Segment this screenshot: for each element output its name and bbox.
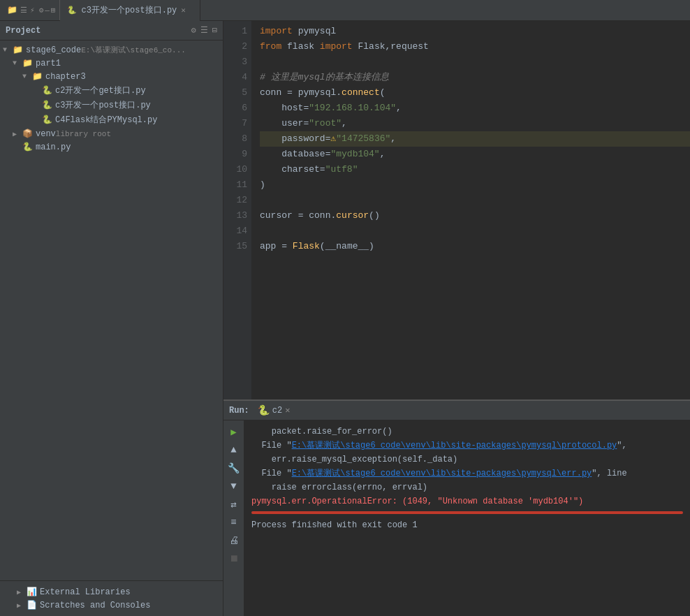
run-tab-label: c2 bbox=[272, 406, 282, 416]
bar-chart-icon: 📊 bbox=[27, 587, 37, 597]
run-tab[interactable]: 🐍 c2 ✕ bbox=[254, 404, 295, 416]
code-line-13: cursor = conn.cursor() bbox=[260, 208, 690, 223]
tab-tab2[interactable]: 🐍c3开发一个post接口.py✕ bbox=[60, 0, 200, 21]
line-number-9: 9 bbox=[228, 147, 247, 162]
run-output-line: Process finished with exit code 1 bbox=[251, 518, 683, 532]
file-link[interactable]: E:\慕课测试\stage6_code\venv\lib\site-packag… bbox=[292, 441, 617, 450]
run-output-line: err.raise_mysql_exception(self._data) bbox=[251, 453, 683, 467]
editor-inner: 123456789101112131415 import pymysqlfrom… bbox=[223, 21, 690, 399]
scratches-label: Scratches and Consoles bbox=[40, 601, 150, 610]
line-number-10: 10 bbox=[228, 162, 247, 177]
folder-icon: 📁 bbox=[7, 5, 17, 15]
line-number-13: 13 bbox=[228, 208, 247, 223]
editor[interactable]: 123456789101112131415 import pymysqlfrom… bbox=[223, 21, 690, 399]
code-line-5: conn = pymysql.connect( bbox=[260, 85, 690, 101]
run-list-button[interactable]: ≡ bbox=[226, 514, 242, 531]
sidebar-item-part1[interactable]: ▼📁part1 bbox=[0, 57, 223, 70]
scratch-icon: 📄 bbox=[27, 600, 37, 610]
run-redirect-button[interactable]: ⇄ bbox=[226, 496, 242, 513]
code-line-15: app = Flask(__name__) bbox=[260, 239, 690, 254]
py-icon: 🐍 bbox=[67, 6, 77, 15]
code-line-11: ) bbox=[260, 177, 690, 193]
nav-icon2: ⚡ bbox=[30, 6, 35, 15]
tree-item-label: main.py bbox=[36, 142, 71, 152]
sidebar: Project ⚙ ☰ ⊟ ▼📁stage6_code E:\慕课测试\stag… bbox=[0, 21, 223, 616]
split-icon[interactable]: ⊞ bbox=[51, 6, 56, 15]
bars-icon[interactable]: ☰ bbox=[200, 25, 208, 36]
sidebar-item-chapter3[interactable]: ▼📁chapter3 bbox=[0, 70, 223, 83]
arrow-icon2: ▶ bbox=[17, 601, 25, 610]
py-file-icon: 🐍 bbox=[22, 142, 33, 152]
run-wrench-button[interactable]: 🔧 bbox=[226, 460, 242, 476]
line-number-8: 8 bbox=[228, 131, 247, 147]
tree-arrow: ▼ bbox=[13, 59, 21, 67]
folder-icon: 📁 bbox=[22, 58, 33, 68]
tree-item-label: c2开发一个get接口.py bbox=[55, 85, 146, 96]
tab-bar: 📁 ☰ ⚡ ⚙ — ⊞ 🐍c2开发一个get接口.py✕🐍c3开发一个post接… bbox=[0, 0, 690, 21]
tree-item-label: C4Flask结合PYMysql.py bbox=[55, 114, 157, 126]
equals-icon[interactable]: ⊟ bbox=[212, 25, 217, 36]
sidebar-item-external-libraries[interactable]: ▶ 📊 External Libraries bbox=[6, 585, 217, 599]
line-numbers: 123456789101112131415 bbox=[223, 21, 251, 399]
sidebar-item-c3file[interactable]: 🐍c3开发一个post接口.py bbox=[0, 98, 223, 112]
code-line-6: host="192.168.10.104", bbox=[260, 101, 690, 116]
line-number-6: 6 bbox=[228, 101, 247, 116]
py-file-icon: 🐍 bbox=[42, 85, 52, 96]
tab-label: c3开发一个post接口.py bbox=[81, 4, 177, 16]
error-bar bbox=[251, 511, 683, 514]
sidebar-item-c4file[interactable]: 🐍C4Flask结合PYMysql.py bbox=[0, 112, 223, 127]
code-line-3 bbox=[260, 54, 690, 70]
code-line-10: charset="utf8" bbox=[260, 162, 690, 177]
external-libraries-label: External Libraries bbox=[40, 587, 131, 597]
line-number-11: 11 bbox=[228, 177, 247, 193]
run-print-button[interactable]: 🖨 bbox=[226, 532, 242, 549]
run-stop-button[interactable]: ⏹ bbox=[226, 550, 242, 567]
folder-icon: 📁 bbox=[13, 45, 23, 55]
run-panel: Run: 🐍 c2 ✕ ▶ ▲ 🔧 ▼ ⇄ ≡ 🖨 bbox=[223, 399, 690, 616]
tab-close-icon[interactable]: ✕ bbox=[181, 6, 186, 15]
run-output-line: packet.raise_for_error() bbox=[251, 425, 683, 439]
file-link[interactable]: E:\慕课测试\stage6_code\venv\lib\site-packag… bbox=[292, 469, 592, 478]
tree-item-extra: E:\慕课测试\stage6_co... bbox=[81, 45, 186, 55]
code-line-2: from flask import Flask,request bbox=[260, 39, 690, 54]
code-line-1: import pymysql bbox=[260, 24, 690, 39]
run-toolbar: ▶ ▲ 🔧 ▼ ⇄ ≡ 🖨 ⏹ bbox=[223, 420, 244, 616]
run-panel-header: Run: 🐍 c2 ✕ bbox=[223, 401, 690, 420]
run-play-button[interactable]: ▶ bbox=[226, 423, 242, 440]
code-line-7: user="root", bbox=[260, 116, 690, 131]
gear-icon[interactable]: ⚙ bbox=[191, 25, 196, 36]
code-content[interactable]: import pymysqlfrom flask import Flask,re… bbox=[251, 21, 690, 399]
line-number-14: 14 bbox=[228, 223, 247, 239]
tree-item-extra: library root bbox=[56, 130, 111, 138]
settings-icon[interactable]: ⚙ bbox=[39, 6, 44, 15]
sidebar-item-mainpy[interactable]: 🐍main.py bbox=[0, 140, 223, 154]
code-line-8: password=⚠"14725836", bbox=[260, 131, 690, 147]
line-number-15: 15 bbox=[228, 239, 247, 254]
minus-icon[interactable]: — bbox=[45, 6, 50, 15]
line-number-3: 3 bbox=[228, 54, 247, 70]
code-line-9: database="mydb104", bbox=[260, 147, 690, 162]
tree-item-label: c3开发一个post接口.py bbox=[55, 99, 151, 111]
app-window: 📁 ☰ ⚡ ⚙ — ⊞ 🐍c2开发一个get接口.py✕🐍c3开发一个post接… bbox=[0, 0, 690, 616]
run-down-button[interactable]: ▼ bbox=[226, 478, 242, 494]
sidebar-title: Project bbox=[6, 26, 41, 36]
run-output-line: File "E:\慕课测试\stage6_code\venv\lib\site-… bbox=[251, 467, 683, 481]
run-output-line: pymysql.err.OperationalError: (1049, "Un… bbox=[251, 494, 683, 508]
sidebar-header-icons: ⚙ ☰ ⊟ bbox=[191, 25, 217, 36]
sidebar-item-scratches[interactable]: ▶ 📄 Scratches and Consoles bbox=[6, 599, 217, 612]
sidebar-item-stage6_code[interactable]: ▼📁stage6_code E:\慕课测试\stage6_co... bbox=[0, 43, 223, 57]
nav-icon1: ☰ bbox=[19, 6, 29, 15]
py-file-icon: 🐍 bbox=[42, 115, 52, 125]
arrow-icon: ▶ bbox=[17, 588, 25, 596]
run-tab-close[interactable]: ✕ bbox=[285, 405, 290, 416]
sidebar-item-c2file[interactable]: 🐍c2开发一个get接口.py bbox=[0, 83, 223, 98]
line-number-5: 5 bbox=[228, 85, 247, 101]
run-up-button[interactable]: ▲ bbox=[226, 441, 242, 458]
code-line-14 bbox=[260, 223, 690, 239]
sidebar-extra: ▶ 📊 External Libraries ▶ 📄 Scratches and… bbox=[0, 580, 223, 616]
sidebar-item-venv[interactable]: ▶📦venv library root bbox=[0, 127, 223, 140]
run-output-line: File "E:\慕课测试\stage6_code\venv\lib\site-… bbox=[251, 439, 683, 453]
main-layout: Project ⚙ ☰ ⊟ ▼📁stage6_code E:\慕课测试\stag… bbox=[0, 21, 690, 616]
line-number-7: 7 bbox=[228, 116, 247, 131]
tree-arrow: ▼ bbox=[22, 73, 31, 80]
